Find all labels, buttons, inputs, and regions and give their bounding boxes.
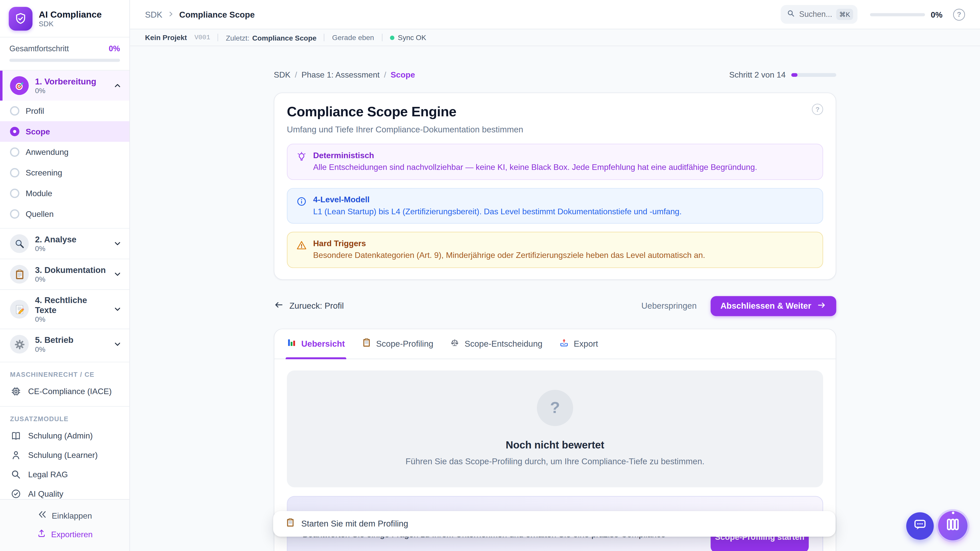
page-subtitle: Umfang und Tiefe Ihrer Compliance-Dokume… bbox=[287, 125, 823, 135]
skip-button[interactable]: Ueberspringen bbox=[641, 301, 697, 311]
header-progress-value: 0% bbox=[931, 10, 942, 19]
sidebar-item-scope[interactable]: Scope bbox=[0, 121, 129, 142]
question-mark-icon: ? bbox=[537, 389, 573, 426]
tab-scope-entscheidung[interactable]: Scope-Entscheidung bbox=[450, 329, 542, 359]
warning-triangle-icon bbox=[296, 240, 307, 261]
sidebar-item-screening[interactable]: Screening bbox=[0, 162, 129, 183]
sidebar-section-vorbereitung[interactable]: 1. Vorbereitung 0% bbox=[0, 71, 129, 101]
info-box-4-level-modell: 4-Level-Modell L1 (Lean Startup) bis L4 … bbox=[287, 188, 823, 224]
sidebar-section-dokumentation[interactable]: 3. Dokumentation 0% bbox=[0, 259, 129, 289]
last-saved-time: Gerade eben bbox=[332, 34, 374, 41]
sidebar: AI Compliance SDK Gesamtfortschritt 0% 1… bbox=[0, 0, 130, 551]
section-pct: 0% bbox=[35, 87, 96, 94]
info-box-hard-triggers: Hard Triggers Besondere Datenkategorien … bbox=[287, 232, 823, 268]
radio-icon bbox=[10, 148, 19, 157]
breadcrumb: SDK Compliance Scope bbox=[145, 9, 255, 20]
double-chevron-left-icon bbox=[38, 510, 47, 521]
breadcrumb-current: Compliance Scope bbox=[179, 10, 255, 19]
kanban-columns-icon bbox=[945, 517, 960, 534]
tab-scope-profiling[interactable]: Scope-Profiling bbox=[362, 329, 433, 359]
overall-progress-value: 0% bbox=[109, 44, 120, 53]
chat-fab-button[interactable] bbox=[906, 512, 934, 540]
dartboard-icon bbox=[10, 76, 29, 95]
sidebar-item-legal-rag[interactable]: Legal RAG bbox=[0, 465, 129, 484]
chevron-down-icon bbox=[113, 305, 122, 313]
board-fab-button[interactable] bbox=[938, 511, 967, 540]
sidebar-section-rechtliche-texte[interactable]: 4. Rechtliche Texte 0% bbox=[0, 289, 129, 329]
sidebar-item-schulung-admin[interactable]: Schulung (Admin) bbox=[0, 426, 129, 445]
person-icon bbox=[10, 450, 21, 460]
statusbar: Kein Projekt V001 Zuletzt: Compliance Sc… bbox=[130, 29, 980, 46]
sidebar-item-ce-compliance[interactable]: CE-Compliance (IACE) bbox=[0, 382, 129, 401]
tab-uebersicht[interactable]: Uebersicht bbox=[287, 329, 345, 359]
clipboard-icon bbox=[362, 338, 371, 349]
tab-bar: Uebersicht Scope-Profiling bbox=[274, 329, 835, 359]
divider bbox=[218, 34, 218, 41]
topbar: SDK Compliance Scope ⌘K 0% ? bbox=[130, 0, 980, 29]
search-icon bbox=[10, 469, 21, 480]
sidebar-item-profil[interactable]: Profil bbox=[0, 100, 129, 121]
chat-bubble-icon bbox=[913, 517, 928, 535]
cpu-chip-icon bbox=[10, 386, 21, 397]
step-indicator: Schritt 2 von 14 bbox=[729, 70, 836, 79]
bar-chart-icon bbox=[287, 338, 296, 349]
sidebar-item-ai-quality[interactable]: AI Quality bbox=[0, 484, 129, 499]
page-crumb-sdk[interactable]: SDK bbox=[274, 70, 290, 79]
group-label-maschinenrecht: MASCHINENRECHT / CE bbox=[0, 362, 129, 382]
sidebar-item-anwendung[interactable]: Anwendung bbox=[0, 142, 129, 162]
chevron-down-icon bbox=[113, 270, 122, 279]
memo-pencil-icon bbox=[10, 300, 29, 319]
export-button[interactable]: Exportieren bbox=[0, 525, 129, 543]
app-title: AI Compliance bbox=[39, 9, 102, 20]
finish-next-button[interactable]: Abschliessen & Weiter bbox=[711, 296, 836, 316]
lightbulb-icon bbox=[296, 152, 307, 173]
sidebar-item-schulung-learner[interactable]: Schulung (Learner) bbox=[0, 445, 129, 465]
book-icon bbox=[10, 430, 21, 441]
app-window: AI Compliance SDK Gesamtfortschritt 0% 1… bbox=[0, 0, 980, 551]
radio-selected-icon bbox=[10, 127, 19, 136]
overall-progress-label: Gesamtfortschritt bbox=[10, 44, 69, 53]
search-input[interactable] bbox=[799, 10, 832, 19]
empty-state-title: Noch nicht bewertet bbox=[299, 439, 811, 451]
chevron-right-icon bbox=[167, 9, 174, 20]
arrow-right-icon bbox=[817, 300, 826, 311]
section-title: 1. Vorbereitung bbox=[35, 77, 96, 86]
arrow-left-icon bbox=[274, 300, 284, 312]
search-box[interactable]: ⌘K bbox=[780, 5, 858, 24]
sidebar-section-betrieb[interactable]: 5. Betrieb 0% bbox=[0, 329, 129, 359]
profiling-toast: Starten Sie mit dem Profiling bbox=[273, 511, 835, 537]
help-icon[interactable]: ? bbox=[953, 8, 965, 21]
back-button[interactable]: Zurueck: Profil bbox=[274, 300, 344, 312]
overall-progress-bar bbox=[10, 59, 120, 62]
step-label: Schritt 2 von 14 bbox=[729, 70, 786, 79]
app-brand[interactable]: AI Compliance SDK bbox=[0, 0, 129, 38]
app-subtitle: SDK bbox=[39, 20, 102, 27]
gear-icon bbox=[10, 335, 29, 354]
sidebar-footer: Einklappen Exportieren bbox=[0, 499, 129, 551]
header-progress-bar bbox=[870, 13, 925, 16]
radio-icon bbox=[10, 189, 19, 198]
page-crumb-phase[interactable]: Phase 1: Assessment bbox=[301, 70, 380, 79]
page-content: SDK / Phase 1: Assessment / Scope Schrit… bbox=[130, 46, 980, 551]
chevron-up-icon bbox=[113, 81, 122, 90]
info-circle-icon bbox=[296, 196, 307, 217]
sidebar-item-quellen[interactable]: Quellen bbox=[0, 203, 129, 224]
page-breadcrumb: SDK / Phase 1: Assessment / Scope Schrit… bbox=[274, 70, 836, 79]
sidebar-item-module[interactable]: Module bbox=[0, 183, 129, 204]
step-progress-bar bbox=[791, 73, 836, 76]
radio-icon bbox=[10, 168, 19, 178]
card-help-icon[interactable]: ? bbox=[812, 104, 823, 115]
breadcrumb-root[interactable]: SDK bbox=[145, 10, 162, 19]
balance-scale-icon bbox=[450, 338, 460, 349]
chevron-down-icon bbox=[113, 340, 122, 348]
empty-state: ? Noch nicht bewertet Führen Sie das Sco… bbox=[287, 370, 823, 487]
sidebar-section-analyse[interactable]: 2. Analyse 0% bbox=[0, 228, 129, 259]
chevron-down-icon bbox=[113, 239, 122, 248]
radio-icon bbox=[10, 209, 19, 219]
radio-icon bbox=[10, 106, 19, 116]
tab-export[interactable]: Export bbox=[559, 329, 598, 359]
sync-status: Sync OK bbox=[390, 34, 426, 41]
collapse-sidebar-button[interactable]: Einklappen bbox=[0, 506, 129, 525]
version-badge: V001 bbox=[194, 34, 210, 41]
divider bbox=[382, 34, 382, 41]
